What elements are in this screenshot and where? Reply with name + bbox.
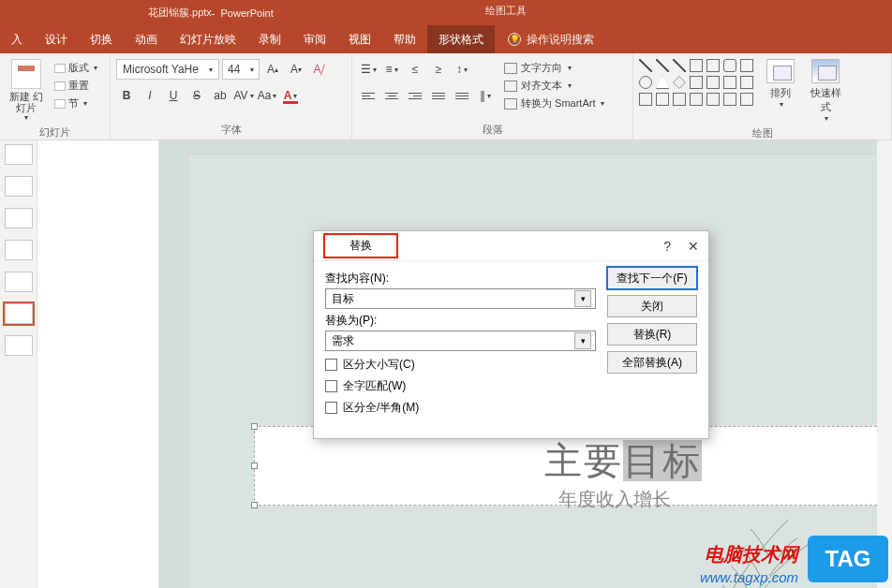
section-button[interactable]: 节▾ <box>52 95 99 112</box>
halfwidth-check[interactable]: 区分全/半角(M) <box>325 400 596 416</box>
shrink-font-button[interactable]: A▾ <box>286 59 306 80</box>
new-slide-button[interactable]: 新建 幻灯片 ▾ <box>6 59 47 122</box>
tab-animations[interactable]: 动画 <box>124 25 169 53</box>
find-dropdown-button[interactable]: ▾ <box>574 290 591 307</box>
align-left-button[interactable] <box>358 85 379 106</box>
handle-ml[interactable] <box>251 463 258 469</box>
handle-tl[interactable] <box>251 423 258 430</box>
shape-conn-icon[interactable] <box>706 93 720 106</box>
thumb-5[interactable] <box>5 272 33 292</box>
thumb-3[interactable] <box>5 208 33 228</box>
align-distribute-button[interactable] <box>452 85 472 106</box>
tab-slideshow[interactable]: 幻灯片放映 <box>169 25 247 53</box>
char-spacing-button[interactable]: AV▾ <box>233 85 254 106</box>
vertical-scrollbar[interactable] <box>877 140 892 588</box>
align-center-button[interactable] <box>381 85 402 106</box>
replace-all-button[interactable]: 全部替换(A) <box>607 351 697 374</box>
text-shadow-button[interactable]: ab <box>210 85 230 106</box>
grow-font-button[interactable]: A▴ <box>262 59 283 80</box>
tell-me[interactable]: 💡 操作说明搜索 <box>508 32 594 48</box>
close-button[interactable]: 关闭 <box>607 295 697 317</box>
replace-button[interactable]: 替换(R) <box>607 323 697 345</box>
strike-button[interactable]: S <box>186 85 207 106</box>
shape-line2-icon[interactable] <box>656 59 669 72</box>
find-next-button[interactable]: 查找下一个(F) <box>607 267 697 289</box>
indent-inc-button[interactable]: ≥ <box>428 59 449 80</box>
thumb-1[interactable] <box>5 144 33 165</box>
thumb-4[interactable] <box>5 240 33 260</box>
thumbnail-pane[interactable] <box>0 140 37 588</box>
dialog-titlebar[interactable]: 替换 ? ✕ <box>314 231 708 261</box>
shape-arrow-icon[interactable] <box>673 59 686 72</box>
shape-free-icon[interactable] <box>656 93 669 106</box>
tab-transitions[interactable]: 切换 <box>79 25 124 53</box>
shape-cloud-icon[interactable] <box>723 93 736 106</box>
text-direction-button[interactable]: 文字方向▾ <box>501 59 607 77</box>
shape-hex-icon[interactable] <box>706 76 720 89</box>
checkbox-icon <box>325 380 337 392</box>
quick-styles-button[interactable]: 快速样式▾ <box>806 59 845 123</box>
smartart-button[interactable]: 转换为 SmartArt▾ <box>501 95 607 112</box>
tab-view[interactable]: 视图 <box>337 25 382 53</box>
shape-line-icon[interactable] <box>639 59 652 72</box>
find-input[interactable]: 目标 ▾ <box>325 288 596 309</box>
shape-circle-icon[interactable] <box>639 76 652 89</box>
checkbox-icon <box>325 402 337 414</box>
tab-help[interactable]: 帮助 <box>382 25 427 53</box>
shape-brace2-icon[interactable] <box>690 93 703 106</box>
layout-button[interactable]: 版式▾ <box>52 59 99 77</box>
slide-title[interactable]: 主要目标 <box>544 435 702 487</box>
thumb-7[interactable] <box>5 335 33 356</box>
shape-arr-icon[interactable] <box>690 76 703 89</box>
shape-dia-icon[interactable] <box>673 76 686 89</box>
replace-dropdown-button[interactable]: ▾ <box>574 332 591 349</box>
replace-input[interactable]: 需求 ▾ <box>325 331 596 351</box>
slide-subtitle[interactable]: 年度收入增长 <box>558 487 671 512</box>
tab-review[interactable]: 审阅 <box>292 25 337 53</box>
shape-rect-icon[interactable] <box>690 59 703 72</box>
shape-rrect-icon[interactable] <box>723 59 736 72</box>
arrange-button[interactable]: 排列▾ <box>761 59 800 109</box>
align-right-button[interactable] <box>405 85 425 106</box>
underline-button[interactable]: U <box>163 85 184 106</box>
shapes-gallery[interactable] <box>639 59 755 108</box>
reset-button[interactable]: 重置 <box>52 77 99 95</box>
tab-shape-format[interactable]: 形状格式 <box>427 25 495 53</box>
outline-pane[interactable] <box>37 140 159 588</box>
shape-star-icon[interactable] <box>723 76 736 89</box>
shape-brace-icon[interactable] <box>673 93 686 106</box>
dialog-help-button[interactable]: ? <box>663 239 671 254</box>
dialog-close-button[interactable]: ✕ <box>688 239 699 254</box>
shape-rect2-icon[interactable] <box>706 59 720 72</box>
shape-curve-icon[interactable] <box>639 93 652 106</box>
layout-icon <box>54 64 66 73</box>
columns-button[interactable]: ‖▾ <box>475 85 496 106</box>
shape-tri-icon[interactable] <box>656 76 669 89</box>
thumb-2[interactable] <box>5 176 33 197</box>
bullets-button[interactable]: ☰▾ <box>358 59 379 80</box>
font-name-combo[interactable]: Microsoft YaHe▾ <box>116 59 219 80</box>
italic-button[interactable]: I <box>140 85 160 106</box>
align-justify-button[interactable] <box>428 85 449 106</box>
align-text-button[interactable]: 对齐文本▾ <box>501 77 607 95</box>
numbering-button[interactable]: ≡▾ <box>381 59 402 80</box>
match-case-check[interactable]: 区分大小写(C) <box>325 357 596 373</box>
reset-icon <box>54 81 66 91</box>
tab-design[interactable]: 设计 <box>34 25 79 53</box>
font-color-button[interactable]: A▾ <box>280 85 301 106</box>
clear-format-button[interactable]: A⧸ <box>309 59 330 80</box>
line-spacing-button[interactable]: ↕▾ <box>452 59 472 80</box>
tab-record[interactable]: 录制 <box>247 25 292 53</box>
shape-more-icon[interactable] <box>740 76 753 89</box>
tab-insert-partial[interactable]: 入 <box>0 25 34 53</box>
handle-bl[interactable] <box>251 502 258 508</box>
indent-dec-button[interactable]: ≤ <box>405 59 425 80</box>
change-case-button[interactable]: Aa▾ <box>257 85 277 106</box>
shape-expand-icon[interactable] <box>740 93 753 106</box>
shape-tbox-icon[interactable] <box>740 59 753 72</box>
bold-button[interactable]: B <box>116 85 137 106</box>
whole-word-check[interactable]: 全字匹配(W) <box>325 378 596 394</box>
thumb-6[interactable] <box>5 303 33 324</box>
font-size-combo[interactable]: 44▾ <box>222 59 260 80</box>
new-slide-icon <box>11 59 41 89</box>
